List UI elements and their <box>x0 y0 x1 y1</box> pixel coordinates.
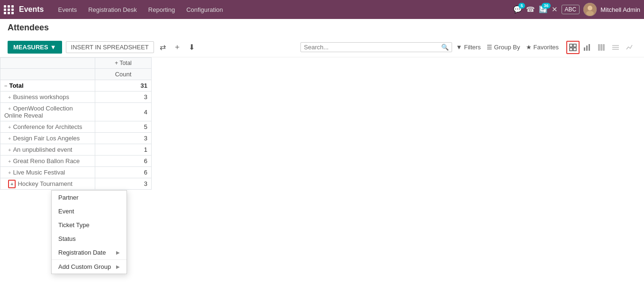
table-row: +Business workshops3 <box>0 92 152 103</box>
svg-point-1 <box>588 6 592 10</box>
download-icon[interactable]: ⬇ <box>187 41 197 54</box>
table-row: −Total31 <box>0 80 152 92</box>
pivot-label-cell: +OpenWood Collection Online Reveal <box>0 103 95 121</box>
nav-registration-desk[interactable]: Registration Desk <box>83 6 142 13</box>
pivot-row-label: Hockey Tournament <box>18 180 72 187</box>
svg-rect-6 <box>573 48 576 51</box>
pivot-row-header <box>0 58 95 69</box>
pivot-table: + Total Count −Total31+Business workshop… <box>0 57 152 190</box>
svg-rect-12 <box>603 44 605 51</box>
pivot-row-label: Great Reno Ballon Race <box>13 157 80 165</box>
view-switcher <box>566 41 636 54</box>
username-label[interactable]: Mitchell Admin <box>600 6 640 13</box>
pivot-label-cell: +Design Fair Los Angeles <box>0 133 95 144</box>
nav-reporting[interactable]: Reporting <box>144 6 180 13</box>
chat-icon[interactable]: 💬5 <box>513 5 522 14</box>
favorites-button[interactable]: ★ Favorites <box>526 44 559 51</box>
pivot-count-cell: 6 <box>95 167 152 178</box>
expand-row-icon[interactable]: + <box>8 94 11 100</box>
filter-controls: ▼ Filters ☰ Group By ★ Favorites <box>456 44 559 51</box>
table-row: +Hockey Tournament3 <box>0 178 152 190</box>
pivot-count-cell: 31 <box>95 80 152 92</box>
table-row: +OpenWood Collection Online Reveal4 <box>0 103 152 121</box>
pivot-view-button[interactable] <box>566 41 580 54</box>
list-view-button[interactable] <box>609 41 622 54</box>
table-row: +Design Fair Los Angeles3 <box>0 133 152 144</box>
add-row-icon[interactable]: ＋ <box>172 40 183 54</box>
star-icon: ★ <box>526 44 532 51</box>
chat-badge: 5 <box>518 3 525 9</box>
menu-item-add-custom-group[interactable]: Add Custom Group▶ <box>52 260 127 274</box>
search-bar: 🔍 <box>300 42 452 52</box>
measures-button[interactable]: MEASURES ▼ <box>8 41 62 54</box>
expand-row-icon[interactable]: + <box>8 124 11 130</box>
pivot-total-col-header: + Total <box>95 58 152 69</box>
pivot-row-label: An unpublished event <box>13 146 72 153</box>
pivot-row-label: OpenWood Collection Online Reveal <box>4 105 73 119</box>
avatar[interactable] <box>583 3 597 16</box>
pivot-count-cell: 6 <box>95 156 152 167</box>
refresh-icon[interactable]: 🔄36 <box>539 5 548 14</box>
menu-item-ticket-type[interactable]: Ticket Type <box>52 218 127 232</box>
brand-name[interactable]: Events <box>19 5 44 14</box>
pivot-row-label: Live Music Festival <box>13 169 65 176</box>
svg-rect-11 <box>600 44 602 51</box>
search-input[interactable] <box>304 44 441 51</box>
pivot-table-area: + Total Count −Total31+Business workshop… <box>0 57 152 303</box>
pivot-label-cell: +Conference for Architects <box>0 121 95 133</box>
phone-icon[interactable]: ☎ <box>526 5 535 14</box>
search-icon[interactable]: 🔍 <box>441 44 449 51</box>
main-content: + Total Count −Total31+Business workshop… <box>0 57 644 303</box>
pivot-count-cell: 4 <box>95 103 152 121</box>
groupby-icon: ☰ <box>487 44 492 51</box>
svg-rect-5 <box>570 48 572 51</box>
pivot-label-cell: +Hockey Tournament <box>0 178 95 190</box>
close-icon[interactable]: ✕ <box>552 5 558 14</box>
pivot-count-cell: 5 <box>95 121 152 133</box>
pivot-count-cell: 3 <box>95 178 152 190</box>
groupby-button[interactable]: ☰ Group By <box>487 44 520 51</box>
pivot-count-header: Count <box>95 69 152 80</box>
pivot-row-label-header <box>0 69 95 80</box>
kanban-view-button[interactable] <box>595 41 608 54</box>
svg-rect-10 <box>598 44 600 51</box>
pivot-count-cell: 3 <box>95 92 152 103</box>
row-total-label: Total <box>9 82 23 89</box>
toolbar: MEASURES ▼ INSERT IN SPREADSHEET ⇄ ＋ ⬇ 🔍… <box>0 38 644 57</box>
refresh-badge: 36 <box>542 3 550 9</box>
svg-rect-7 <box>584 47 585 51</box>
apps-menu-icon[interactable] <box>4 5 14 14</box>
expand-row-icon[interactable]: + <box>8 158 11 164</box>
menu-item-registration-date[interactable]: Registration Date▶ <box>52 246 127 259</box>
collapse-icon[interactable]: − <box>4 83 7 89</box>
pivot-label-cell: +An unpublished event <box>0 144 95 156</box>
menu-item-status[interactable]: Status <box>52 232 127 246</box>
bar-chart-view-button[interactable] <box>581 41 594 54</box>
menu-item-partner[interactable]: Partner <box>52 191 127 204</box>
nav-events[interactable]: Events <box>53 6 82 13</box>
measures-chevron-icon: ▼ <box>50 44 56 51</box>
expand-row-icon[interactable]: + <box>8 170 11 175</box>
filter-icon: ▼ <box>456 44 462 51</box>
menu-item-event[interactable]: Event <box>52 204 127 218</box>
insert-spreadsheet-button[interactable]: INSERT IN SPREADSHEET <box>66 41 154 53</box>
filters-button[interactable]: ▼ Filters <box>456 44 481 51</box>
svg-point-2 <box>586 11 594 16</box>
pivot-count-cell: 1 <box>95 144 152 156</box>
columns-icon[interactable]: ⇄ <box>158 41 168 54</box>
page-header: Attendees <box>0 19 644 38</box>
expand-row-icon[interactable]: + <box>8 147 11 153</box>
activity-view-button[interactable] <box>623 41 636 54</box>
abc-badge: ABC <box>562 5 580 14</box>
nav-configuration[interactable]: Configuration <box>181 6 227 13</box>
expand-row-icon[interactable]: + <box>8 106 11 111</box>
pivot-count-cell: 3 <box>95 133 152 144</box>
submenu-chevron-icon: ▶ <box>116 264 120 269</box>
pivot-label-cell: +Business workshops <box>0 92 95 103</box>
submenu-chevron-icon: ▶ <box>116 250 120 255</box>
svg-rect-8 <box>586 46 588 51</box>
pivot-row-label: Conference for Architects <box>13 123 82 130</box>
pivot-label-cell: −Total <box>0 80 95 92</box>
expand-row-icon[interactable]: + <box>8 136 11 141</box>
expand-row-icon[interactable]: + <box>8 180 16 188</box>
